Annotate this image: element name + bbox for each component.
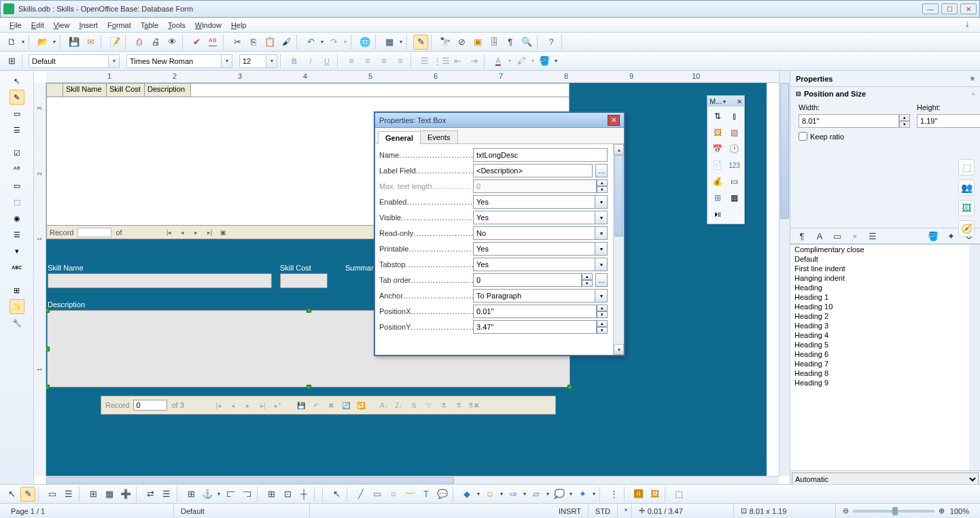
dropdown-icon[interactable]: ▾ <box>398 35 404 50</box>
button-icon[interactable]: ⬚ <box>10 194 24 209</box>
resize-handle[interactable] <box>46 308 50 313</box>
rect-icon[interactable]: ▭ <box>370 487 385 502</box>
italic-icon[interactable]: I <box>303 54 318 69</box>
option-icon[interactable]: ◉ <box>10 211 24 226</box>
menu-insert[interactable]: Insert <box>75 20 102 31</box>
dropdown-icon[interactable]: ▾ <box>591 487 597 502</box>
new-icon[interactable]: 🗋 <box>4 35 19 50</box>
frame-styles-icon[interactable]: ▭ <box>830 228 845 243</box>
wizard2-icon[interactable]: 🔧 <box>10 315 24 330</box>
styles-list[interactable]: Complimentary closeDefaultFirst line ind… <box>790 244 980 470</box>
currency-icon[interactable]: 💰 <box>710 174 725 189</box>
col-skillcost[interactable]: Skill Cost <box>107 84 145 97</box>
date-icon[interactable]: 📅 <box>710 141 725 156</box>
next-icon[interactable]: ▸ <box>243 400 253 411</box>
dropdown-icon[interactable]: ▾ <box>52 35 57 50</box>
style-item[interactable]: Default <box>790 254 980 264</box>
styles-icon[interactable]: ⊞ <box>4 54 19 69</box>
checkbox-keepratio[interactable] <box>799 132 807 141</box>
textbox-icon[interactable]: ᴬᴮ <box>10 162 24 177</box>
callouts-icon[interactable]: 💭 <box>552 487 567 502</box>
help-icon[interactable]: ? <box>544 35 559 50</box>
status-insert[interactable]: INSRT <box>552 504 589 518</box>
col-description[interactable]: Description <box>145 84 191 97</box>
file-icon[interactable]: 📄 <box>710 158 725 173</box>
underline-icon[interactable]: U <box>319 54 334 69</box>
para-style-combo[interactable]: ▾ <box>29 54 120 68</box>
spin-up-icon[interactable]: ▴ <box>597 305 608 311</box>
align-icon[interactable]: ⫍ <box>223 487 238 502</box>
minimize-button[interactable]: — <box>922 3 939 14</box>
menu-file[interactable]: File <box>5 20 26 31</box>
gallery-icon[interactable]: ▣ <box>470 35 485 50</box>
addfield-icon[interactable]: ➕ <box>118 487 133 502</box>
form-icon[interactable]: ☰ <box>10 122 24 137</box>
ellipsis-button[interactable]: … <box>595 164 608 177</box>
formfilter-icon[interactable]: ⚗ <box>453 400 464 411</box>
input-width[interactable] <box>799 114 899 128</box>
arrows-icon[interactable]: ⇨ <box>506 487 521 502</box>
hyperlink-icon[interactable]: 🌐 <box>357 35 372 50</box>
navigator-tab-icon[interactable]: 🧭 <box>958 220 975 237</box>
spin-up-icon[interactable]: ▴ <box>597 320 608 327</box>
extrusion-icon[interactable]: ⬚ <box>671 487 686 502</box>
autospell-icon[interactable]: ᴬᴮ <box>205 35 220 50</box>
resize-handle[interactable] <box>567 385 572 390</box>
navigator-icon[interactable]: ⊘ <box>454 35 469 50</box>
position-icon[interactable]: ⊞ <box>86 487 101 502</box>
guides-icon[interactable]: ┼ <box>296 487 311 502</box>
menu-view[interactable]: View <box>50 20 74 31</box>
find-icon[interactable]: 🔭 <box>438 35 453 50</box>
scroll-up-icon[interactable]: ▴ <box>614 144 624 155</box>
input-taborder[interactable] <box>473 273 582 287</box>
inc-indent-icon[interactable]: ⇥ <box>466 54 481 69</box>
dropdown-icon[interactable]: ▾ <box>595 289 608 303</box>
groupbox-icon[interactable]: ⊞ <box>710 190 725 205</box>
tof-icon[interactable]: ⊞ <box>183 487 198 502</box>
field-skillcost[interactable] <box>280 273 328 288</box>
form-icon[interactable]: ☰ <box>61 487 76 502</box>
align-justify-icon[interactable]: ≡ <box>393 54 408 69</box>
filter-icon[interactable]: ⚗ <box>438 400 449 411</box>
spin-up-icon[interactable]: ▴ <box>899 114 910 121</box>
redo-icon[interactable]: ↷ <box>326 35 341 50</box>
menu-table[interactable]: Table <box>137 20 162 31</box>
char-styles-icon[interactable]: A <box>812 228 827 243</box>
align-center-icon[interactable]: ≡ <box>360 54 375 69</box>
table-icon[interactable]: ▦ <box>382 35 397 50</box>
vscroll-thumb[interactable] <box>780 83 789 219</box>
highlight-icon[interactable]: 🖍 <box>514 54 529 69</box>
record-num-input[interactable] <box>77 228 111 237</box>
spin-down-icon[interactable]: ▾ <box>597 327 608 334</box>
wizard-icon[interactable]: ✨ <box>10 299 24 314</box>
float-close-icon[interactable]: ✕ <box>737 98 742 105</box>
callout-icon[interactable]: 💬 <box>435 487 450 502</box>
dropdown-icon[interactable]: ▾ <box>319 35 325 50</box>
edit-icon[interactable]: 📝 <box>107 35 122 50</box>
select-icon[interactable]: ↖ <box>4 487 19 502</box>
options-icon[interactable]: ≡ <box>970 75 975 82</box>
font-color-icon[interactable]: A <box>491 54 506 69</box>
fill-format-icon[interactable]: 🪣 <box>926 228 941 243</box>
new-rec-icon[interactable]: ▸* <box>273 400 283 411</box>
design-mode-icon[interactable]: ✎ <box>10 90 24 105</box>
stars-icon[interactable]: ✦ <box>575 487 590 502</box>
dropdown-icon[interactable]: ▾ <box>595 242 608 256</box>
input-readonly[interactable] <box>473 226 595 240</box>
zoom-out-icon[interactable]: ⊖ <box>843 506 849 515</box>
scroll-thumb[interactable] <box>614 155 623 237</box>
input-name[interactable] <box>473 148 608 162</box>
row-selector[interactable] <box>47 84 63 97</box>
resize-handle[interactable] <box>307 308 311 313</box>
time-icon[interactable]: 🕐 <box>727 141 742 156</box>
ellipsis-button[interactable]: … <box>595 273 608 287</box>
prev-icon[interactable]: ◂ <box>228 400 239 411</box>
para-styles-icon[interactable]: ¶ <box>794 228 809 243</box>
sort-asc-icon[interactable]: A↓ <box>379 400 389 411</box>
tab-events[interactable]: Events <box>420 131 458 143</box>
first-icon[interactable]: |◂ <box>213 400 224 411</box>
spin-down-icon[interactable]: ▾ <box>582 280 593 287</box>
datasources-icon[interactable]: 🗄 <box>487 35 502 50</box>
gallery-tab-icon[interactable]: 🖼 <box>958 200 975 216</box>
style-item[interactable]: First line indent <box>790 264 980 273</box>
